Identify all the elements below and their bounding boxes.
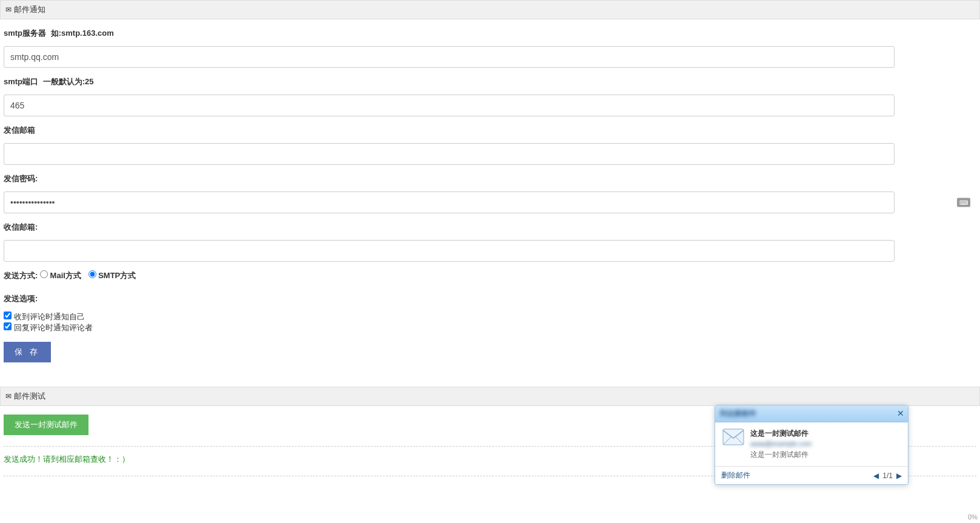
smtp-port-label: smtp端口	[4, 76, 38, 87]
mail-notification-popup: 到达新邮件 ✕ 这是一封测试邮件 aaaa@example.com 这是一封测试…	[715, 405, 908, 485]
section-body-notify: smtp服务器 如:smtp.163.com smtp端口 一般默认为:25 发…	[0, 19, 980, 375]
notif-page: 1/1	[882, 471, 893, 480]
close-icon[interactable]: ✕	[897, 408, 904, 418]
smtp-server-hint: 如:smtp.163.com	[51, 28, 114, 38]
option-notify-commenter-checkbox[interactable]	[4, 322, 12, 330]
smtp-server-input[interactable]	[4, 46, 895, 68]
form-group-sender-password: 发信密码: ⌨	[4, 173, 976, 213]
send-method-smtp-label: SMTP方式	[98, 271, 136, 280]
notif-body[interactable]: 这是一封测试邮件 aaaa@example.com 这是一封测试邮件	[715, 422, 908, 466]
notif-footer: 删除邮件 ◀ 1/1 ▶	[715, 466, 908, 484]
option-notify-commenter-label: 回复评论时通知评论者	[14, 323, 93, 332]
form-group-receiver-email: 收信邮箱:	[4, 222, 976, 262]
option-notify-self-label: 收到评论时通知自己	[14, 312, 85, 321]
form-group-smtp-server: smtp服务器 如:smtp.163.com	[4, 28, 976, 68]
save-button[interactable]: 保 存	[4, 342, 51, 362]
sender-password-label: 发信密码:	[4, 173, 38, 184]
notif-pager: ◀ 1/1 ▶	[873, 471, 902, 480]
send-options-label: 发送选项:	[4, 293, 38, 304]
pager-next-icon[interactable]: ▶	[896, 471, 902, 480]
send-method-mail-label: Mail方式	[50, 271, 81, 280]
form-group-send-options: 发送选项: 收到评论时通知自己 回复评论时通知评论者	[4, 293, 976, 333]
smtp-port-input[interactable]	[4, 95, 895, 116]
smtp-server-label: smtp服务器	[4, 28, 46, 39]
send-method-label: 发送方式:	[4, 270, 38, 281]
sender-email-input[interactable]	[4, 143, 895, 165]
pager-prev-icon[interactable]: ◀	[873, 471, 879, 480]
smtp-port-hint: 一般默认为:25	[43, 77, 94, 86]
notif-header: 到达新邮件 ✕	[715, 405, 908, 422]
sender-password-input[interactable]	[4, 192, 895, 213]
svg-rect-0	[723, 429, 744, 445]
receiver-email-label: 收信邮箱:	[4, 222, 38, 233]
form-group-smtp-port: smtp端口 一般默认为:25	[4, 76, 976, 116]
section-header-notify: ✉ 邮件通知	[0, 0, 980, 19]
mail-icon: ✉	[5, 392, 12, 401]
send-method-smtp-radio[interactable]	[88, 270, 96, 278]
send-method-mail-radio[interactable]	[40, 270, 48, 278]
notif-sender: aaaa@example.com	[750, 440, 901, 447]
keyboard-icon: ⌨	[957, 198, 970, 207]
form-group-send-method: 发送方式: Mail方式 SMTP方式	[4, 270, 976, 285]
receiver-email-input[interactable]	[4, 240, 895, 262]
form-group-sender-email: 发信邮箱	[4, 125, 976, 165]
notif-delete-button[interactable]: 删除邮件	[721, 470, 750, 481]
notif-preview: 这是一封测试邮件	[750, 450, 901, 460]
mail-icon: ✉	[5, 5, 12, 14]
notif-title: 这是一封测试邮件	[750, 428, 901, 439]
section-header-test: ✉ 邮件测试	[0, 387, 980, 406]
send-test-button[interactable]: 发送一封测试邮件	[4, 415, 88, 435]
section-title-test: 邮件测试	[14, 391, 45, 402]
option-notify-self-checkbox[interactable]	[4, 311, 12, 319]
sender-email-label: 发信邮箱	[4, 125, 35, 136]
section-title-notify: 邮件通知	[14, 4, 45, 15]
notif-header-title: 到达新邮件	[720, 408, 756, 419]
envelope-icon	[722, 428, 744, 445]
